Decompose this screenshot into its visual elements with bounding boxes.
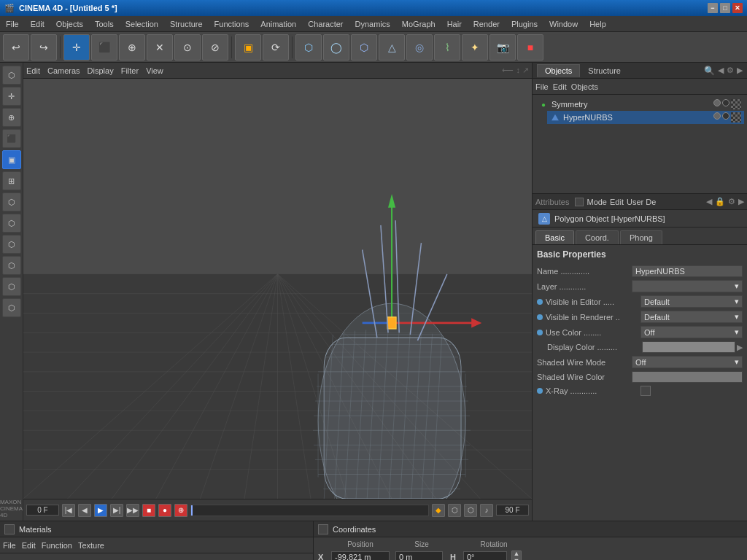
timeline-record[interactable]: ● <box>158 504 171 517</box>
tool-move[interactable]: ✛ <box>2 87 21 106</box>
prop-visible-editor-value[interactable]: Default▾ <box>640 295 743 308</box>
coord-h-rot[interactable] <box>463 551 507 560</box>
menu-tools[interactable]: Tools <box>89 18 120 30</box>
camera-button[interactable]: 📷 <box>489 34 516 61</box>
menu-dynamics[interactable]: Dynamics <box>349 18 396 30</box>
maximize-button[interactable]: □ <box>720 3 730 13</box>
menu-edit[interactable]: Edit <box>25 18 50 30</box>
attr-tab-coord[interactable]: Coord. <box>576 230 619 244</box>
timeline-step-back[interactable]: |◀ <box>62 504 75 517</box>
obj-manager-options[interactable]: ⚙ <box>727 66 734 75</box>
prop-name-value[interactable] <box>632 265 743 277</box>
timeline-playback[interactable]: ⊕ <box>174 504 187 517</box>
mat-checkbox[interactable] <box>4 524 15 534</box>
close-button[interactable]: ✕ <box>732 3 743 13</box>
tool-polygon[interactable]: ▣ <box>2 150 21 169</box>
vp-cameras[interactable]: Cameras <box>47 66 80 75</box>
mat-texture[interactable]: Texture <box>78 541 104 550</box>
tool-rotate[interactable]: ⊕ <box>2 108 21 127</box>
timeline-keyframe[interactable]: ◆ <box>432 504 445 517</box>
timeline-fps[interactable] <box>496 505 529 516</box>
landscape-button[interactable]: ⌇ <box>434 34 460 61</box>
menu-selection[interactable]: Selection <box>120 18 164 30</box>
reset-button[interactable]: ⊘ <box>202 34 228 61</box>
vp-edit[interactable]: Edit <box>26 66 40 75</box>
tree-item-symmetry[interactable]: ● Symmetry <box>535 98 744 111</box>
timeline-stop-red[interactable]: ■ <box>142 504 155 517</box>
timeline-key-prev[interactable]: ⬡ <box>448 504 461 517</box>
coord-x-size[interactable] <box>395 551 443 560</box>
timeline-step-fwd[interactable]: ▶▶ <box>126 504 139 517</box>
obj-manager-nav2[interactable]: ▶ <box>737 66 743 75</box>
timeline-next-frame[interactable]: ▶| <box>110 504 123 517</box>
3d-viewport[interactable]: Perspective <box>23 79 532 499</box>
menu-plugins[interactable]: Plugins <box>506 18 543 30</box>
attr-nav-right[interactable]: ▶ <box>738 197 744 206</box>
attr-lock[interactable]: 🔒 <box>715 197 725 206</box>
obj-manager-search[interactable]: 🔍 <box>704 66 715 76</box>
menu-hair[interactable]: Hair <box>441 18 468 30</box>
vp-display[interactable]: Display <box>88 66 114 75</box>
prop-xray-checkbox[interactable] <box>640 386 651 396</box>
minimize-button[interactable]: − <box>708 3 718 13</box>
rotate-tool-button[interactable]: ⊕ <box>119 34 145 61</box>
menu-help[interactable]: Help <box>584 18 612 30</box>
cylinder-button[interactable]: ⬡ <box>351 34 377 61</box>
object-tool-button[interactable]: ✕ <box>147 34 173 61</box>
coord-x-stepper[interactable]: ▲▼ <box>511 551 522 560</box>
menu-objects[interactable]: Objects <box>50 18 89 30</box>
attr-options[interactable]: ⚙ <box>728 197 735 206</box>
display-color-arrow[interactable]: ▶ <box>737 343 743 352</box>
objmgr-objects[interactable]: Objects <box>571 82 598 91</box>
cone-button[interactable]: △ <box>379 34 405 61</box>
tool-knife[interactable]: ⬡ <box>2 214 21 233</box>
tool-paint[interactable]: ⬡ <box>2 298 21 317</box>
attr-edit[interactable]: Edit <box>610 198 624 206</box>
cube-button[interactable]: ⬡ <box>295 34 322 61</box>
tool-edges[interactable]: ⬡ <box>2 192 21 211</box>
timeline-start[interactable] <box>26 505 59 516</box>
tab-structure[interactable]: Structure <box>580 64 629 77</box>
sphere-button[interactable]: ◯ <box>323 34 349 61</box>
attr-user-de[interactable]: User De <box>627 198 656 206</box>
coord-checkbox[interactable] <box>318 524 328 534</box>
menu-animation[interactable]: Animation <box>255 18 302 30</box>
vp-filter[interactable]: Filter <box>121 66 139 75</box>
mat-file[interactable]: File <box>3 541 16 550</box>
window-controls[interactable]: − □ ✕ <box>708 3 743 13</box>
menu-functions[interactable]: Functions <box>209 18 255 30</box>
prop-use-color-value[interactable]: Off▾ <box>640 326 743 338</box>
attr-checkbox[interactable] <box>575 198 584 206</box>
objmgr-file[interactable]: File <box>535 82 549 91</box>
orbit-button[interactable]: ⊙ <box>174 34 201 61</box>
coord-x-pos[interactable] <box>331 551 390 560</box>
timeline-prev-frame[interactable]: ◀ <box>78 504 91 517</box>
mat-edit[interactable]: Edit <box>22 541 36 550</box>
scale-tool-button[interactable]: ⬛ <box>91 34 117 61</box>
undo-button[interactable]: ↩ <box>3 34 29 61</box>
timeline-play[interactable]: ▶ <box>94 504 107 517</box>
tool-magnet[interactable]: ⬡ <box>2 256 21 275</box>
tab-objects[interactable]: Objects <box>537 64 580 77</box>
menu-structure[interactable]: Structure <box>164 18 209 30</box>
move-tool-button[interactable]: ✛ <box>63 34 90 61</box>
torus-button[interactable]: ◎ <box>406 34 433 61</box>
tool-scale[interactable]: ⬛ <box>2 129 21 148</box>
tool-points[interactable]: ⊞ <box>2 171 21 190</box>
attr-tab-basic[interactable]: Basic <box>535 230 574 244</box>
light-button[interactable]: ✦ <box>462 34 488 61</box>
menu-mograph[interactable]: MoGraph <box>396 18 441 30</box>
menu-file[interactable]: File <box>0 18 25 30</box>
prop-layer-dropdown[interactable]: ▾ <box>632 280 743 292</box>
redo-button[interactable]: ↪ <box>31 34 57 61</box>
attr-mode[interactable]: Mode <box>587 198 607 206</box>
menu-character[interactable]: Character <box>302 18 349 30</box>
timeline-audio[interactable]: ♪ <box>480 504 493 517</box>
objmgr-edit[interactable]: Edit <box>553 82 567 91</box>
render-button[interactable]: ▣ <box>235 34 261 61</box>
menu-window[interactable]: Window <box>543 18 584 30</box>
prop-display-color-box[interactable] <box>642 341 735 353</box>
tool-brush[interactable]: ⬡ <box>2 277 21 296</box>
obj-manager-nav1[interactable]: ◀ <box>718 66 724 75</box>
prop-visible-renderer-value[interactable]: Default▾ <box>640 311 743 323</box>
